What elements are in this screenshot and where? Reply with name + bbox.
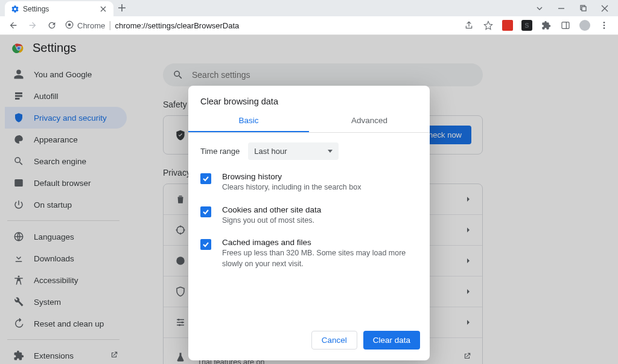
sidepanel-icon[interactable] bbox=[560, 20, 571, 31]
omnibox-separator: | bbox=[109, 20, 111, 31]
option-cookies[interactable]: Cookies and other site data Signs you ou… bbox=[188, 199, 430, 232]
tab-title: Settings bbox=[23, 5, 95, 13]
menu-icon[interactable] bbox=[599, 20, 610, 31]
option-subtitle: Signs you out of most sites. bbox=[222, 216, 321, 226]
back-button[interactable] bbox=[5, 17, 22, 34]
extensions-icon[interactable] bbox=[541, 20, 552, 31]
window-controls bbox=[526, 0, 618, 16]
window-close-icon[interactable] bbox=[600, 4, 610, 13]
forward-button bbox=[24, 17, 41, 34]
option-browsing-history[interactable]: Browsing history Clears history, includi… bbox=[188, 166, 430, 199]
option-title: Browsing history bbox=[222, 172, 361, 181]
svg-rect-4 bbox=[562, 22, 569, 29]
dialog-tabs: Basic Advanced bbox=[188, 110, 430, 133]
share-icon[interactable] bbox=[464, 20, 474, 31]
tab-basic[interactable]: Basic bbox=[188, 110, 309, 132]
checkbox-checked-icon[interactable] bbox=[200, 239, 211, 250]
checkbox-checked-icon[interactable] bbox=[200, 206, 211, 217]
clear-data-button[interactable]: Clear data bbox=[363, 331, 420, 350]
cancel-button[interactable]: Cancel bbox=[311, 331, 357, 350]
svg-rect-1 bbox=[582, 7, 586, 11]
time-range-label: Time range bbox=[200, 147, 240, 156]
option-subtitle: Frees up less than 320 MB. Some sites ma… bbox=[222, 248, 418, 269]
chevron-down-icon[interactable] bbox=[535, 4, 544, 13]
browser-toolbar: Chrome | chrome://settings/clearBrowserD… bbox=[0, 16, 618, 35]
extension-badge-2[interactable]: S bbox=[521, 20, 532, 31]
option-title: Cookies and other site data bbox=[222, 205, 321, 214]
browser-tab[interactable]: Settings bbox=[5, 1, 113, 16]
star-icon[interactable] bbox=[483, 20, 494, 31]
svg-point-7 bbox=[604, 25, 605, 27]
close-icon[interactable] bbox=[99, 5, 107, 13]
omnibox-url: chrome://settings/clearBrowserData bbox=[115, 21, 239, 30]
chrome-chip-icon bbox=[65, 21, 74, 31]
time-range-select[interactable]: Last hour bbox=[248, 142, 339, 160]
reload-button[interactable] bbox=[43, 17, 60, 34]
extension-badge-1[interactable] bbox=[502, 20, 513, 31]
option-title: Cached images and files bbox=[222, 238, 418, 247]
clear-browsing-data-dialog: Clear browsing data Basic Advanced Time … bbox=[188, 86, 430, 360]
omnibox-scheme: Chrome bbox=[77, 21, 105, 30]
svg-point-8 bbox=[604, 27, 605, 29]
dialog-title: Clear browsing data bbox=[188, 86, 430, 110]
option-cached-files[interactable]: Cached images and files Frees up less th… bbox=[188, 232, 430, 275]
profile-avatar[interactable] bbox=[579, 20, 590, 31]
option-subtitle: Clears history, including in the search … bbox=[222, 182, 361, 193]
checkbox-checked-icon[interactable] bbox=[200, 173, 211, 184]
maximize-icon[interactable] bbox=[578, 4, 588, 13]
browser-titlebar: Settings bbox=[0, 0, 618, 16]
omnibox[interactable]: Chrome | chrome://settings/clearBrowserD… bbox=[63, 18, 457, 33]
new-tab-button[interactable] bbox=[113, 0, 130, 16]
minimize-icon[interactable] bbox=[556, 4, 566, 13]
time-range-value: Last hour bbox=[254, 147, 287, 156]
svg-point-3 bbox=[68, 23, 71, 26]
tab-advanced[interactable]: Advanced bbox=[309, 110, 430, 132]
svg-point-6 bbox=[604, 22, 605, 24]
gear-icon bbox=[11, 5, 19, 13]
